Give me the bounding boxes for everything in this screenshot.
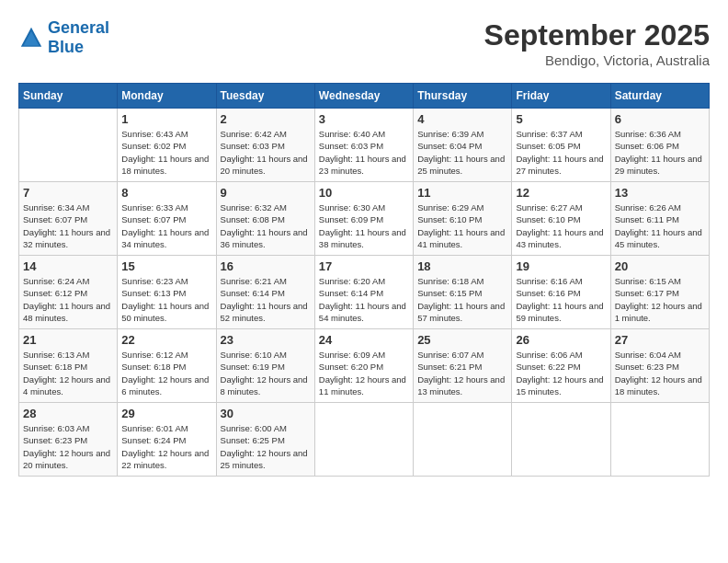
day-number: 10 [319, 186, 409, 200]
day-number: 7 [23, 186, 113, 200]
day-number: 25 [417, 333, 507, 347]
calendar-cell: 14 Sunrise: 6:24 AMSunset: 6:12 PMDaylig… [19, 256, 118, 329]
cell-info: Sunrise: 6:06 AMSunset: 6:22 PMDaylight:… [516, 349, 606, 397]
calendar-cell: 8 Sunrise: 6:33 AMSunset: 6:07 PMDayligh… [118, 182, 216, 256]
calendar-cell [512, 403, 610, 477]
cell-info: Sunrise: 6:26 AMSunset: 6:11 PMDaylight:… [615, 201, 705, 250]
title-block: September 2025 Bendigo, Victoria, Austra… [484, 18, 710, 68]
cell-info: Sunrise: 6:42 AMSunset: 6:03 PMDaylight:… [221, 128, 311, 177]
calendar-cell: 12 Sunrise: 6:27 AMSunset: 6:10 PMDaylig… [512, 182, 610, 256]
column-header-sunday: Sunday [19, 84, 118, 109]
week-row-4: 21 Sunrise: 6:13 AMSunset: 6:18 PMDaylig… [19, 329, 710, 403]
calendar-cell: 10 Sunrise: 6:30 AMSunset: 6:09 PMDaylig… [314, 182, 413, 256]
week-row-3: 14 Sunrise: 6:24 AMSunset: 6:12 PMDaylig… [19, 256, 710, 329]
day-number: 2 [221, 112, 311, 126]
calendar-cell: 16 Sunrise: 6:21 AMSunset: 6:14 PMDaylig… [216, 256, 314, 329]
day-number: 16 [221, 259, 311, 273]
cell-info: Sunrise: 6:32 AMSunset: 6:08 PMDaylight:… [221, 201, 311, 250]
logo: General Blue [18, 18, 109, 57]
cell-info: Sunrise: 6:34 AMSunset: 6:07 PMDaylight:… [23, 201, 113, 250]
calendar-cell: 17 Sunrise: 6:20 AMSunset: 6:14 PMDaylig… [314, 256, 413, 329]
column-header-tuesday: Tuesday [216, 84, 314, 109]
week-row-5: 28 Sunrise: 6:03 AMSunset: 6:23 PMDaylig… [19, 403, 710, 477]
calendar-cell: 27 Sunrise: 6:04 AMSunset: 6:23 PMDaylig… [610, 329, 709, 403]
cell-info: Sunrise: 6:33 AMSunset: 6:07 PMDaylight:… [121, 201, 211, 250]
day-number: 23 [221, 333, 311, 347]
cell-info: Sunrise: 6:09 AMSunset: 6:20 PMDaylight:… [319, 349, 409, 397]
column-header-saturday: Saturday [610, 84, 709, 109]
calendar-cell [19, 109, 118, 182]
day-number: 22 [121, 333, 211, 347]
page-header: General Blue September 2025 Bendigo, Vic… [18, 18, 710, 68]
cell-info: Sunrise: 6:24 AMSunset: 6:12 PMDaylight:… [23, 275, 113, 324]
cell-info: Sunrise: 6:37 AMSunset: 6:05 PMDaylight:… [516, 128, 606, 177]
header-row: SundayMondayTuesdayWednesdayThursdayFrid… [19, 84, 710, 109]
cell-info: Sunrise: 6:39 AMSunset: 6:04 PMDaylight:… [417, 128, 507, 177]
column-header-thursday: Thursday [414, 84, 512, 109]
day-number: 9 [221, 186, 311, 200]
calendar-cell: 24 Sunrise: 6:09 AMSunset: 6:20 PMDaylig… [314, 329, 413, 403]
cell-info: Sunrise: 6:23 AMSunset: 6:13 PMDaylight:… [121, 275, 211, 324]
calendar-cell: 18 Sunrise: 6:18 AMSunset: 6:15 PMDaylig… [414, 256, 512, 329]
cell-info: Sunrise: 6:20 AMSunset: 6:14 PMDaylight:… [319, 275, 409, 324]
day-number: 4 [417, 112, 507, 126]
calendar-cell: 3 Sunrise: 6:40 AMSunset: 6:03 PMDayligh… [314, 109, 413, 182]
day-number: 13 [615, 186, 705, 200]
calendar-cell [414, 403, 512, 477]
day-number: 17 [319, 259, 409, 273]
calendar-table: SundayMondayTuesdayWednesdayThursdayFrid… [18, 83, 710, 477]
column-header-friday: Friday [512, 84, 610, 109]
calendar-cell: 29 Sunrise: 6:01 AMSunset: 6:24 PMDaylig… [118, 403, 216, 477]
calendar-cell: 21 Sunrise: 6:13 AMSunset: 6:18 PMDaylig… [19, 329, 118, 403]
cell-info: Sunrise: 6:43 AMSunset: 6:02 PMDaylight:… [121, 128, 211, 177]
calendar-cell: 6 Sunrise: 6:36 AMSunset: 6:06 PMDayligh… [610, 109, 709, 182]
calendar-cell: 13 Sunrise: 6:26 AMSunset: 6:11 PMDaylig… [610, 182, 709, 256]
cell-info: Sunrise: 6:15 AMSunset: 6:17 PMDaylight:… [615, 275, 705, 324]
cell-info: Sunrise: 6:30 AMSunset: 6:09 PMDaylight:… [319, 201, 409, 250]
week-row-2: 7 Sunrise: 6:34 AMSunset: 6:07 PMDayligh… [19, 182, 710, 256]
calendar-cell: 26 Sunrise: 6:06 AMSunset: 6:22 PMDaylig… [512, 329, 610, 403]
day-number: 3 [319, 112, 409, 126]
cell-info: Sunrise: 6:36 AMSunset: 6:06 PMDaylight:… [615, 128, 705, 177]
calendar-cell: 25 Sunrise: 6:07 AMSunset: 6:21 PMDaylig… [414, 329, 512, 403]
calendar-cell: 23 Sunrise: 6:10 AMSunset: 6:19 PMDaylig… [216, 329, 314, 403]
day-number: 1 [121, 112, 211, 126]
logo-text: General [48, 18, 109, 38]
cell-info: Sunrise: 6:03 AMSunset: 6:23 PMDaylight:… [23, 422, 113, 471]
week-row-1: 1 Sunrise: 6:43 AMSunset: 6:02 PMDayligh… [19, 109, 710, 182]
day-number: 6 [615, 112, 705, 126]
cell-info: Sunrise: 6:16 AMSunset: 6:16 PMDaylight:… [516, 275, 606, 324]
cell-info: Sunrise: 6:29 AMSunset: 6:10 PMDaylight:… [417, 201, 507, 250]
logo-subtext: Blue [48, 38, 109, 57]
month-title: September 2025 [484, 18, 710, 52]
day-number: 14 [23, 259, 113, 273]
cell-info: Sunrise: 6:18 AMSunset: 6:15 PMDaylight:… [417, 275, 507, 324]
calendar-cell: 5 Sunrise: 6:37 AMSunset: 6:05 PMDayligh… [512, 109, 610, 182]
calendar-cell [314, 403, 413, 477]
day-number: 21 [23, 333, 113, 347]
day-number: 12 [516, 186, 606, 200]
cell-info: Sunrise: 6:10 AMSunset: 6:19 PMDaylight:… [221, 349, 311, 397]
day-number: 8 [121, 186, 211, 200]
cell-info: Sunrise: 6:00 AMSunset: 6:25 PMDaylight:… [221, 422, 311, 471]
day-number: 5 [516, 112, 606, 126]
day-number: 15 [121, 259, 211, 273]
cell-info: Sunrise: 6:01 AMSunset: 6:24 PMDaylight:… [121, 422, 211, 471]
day-number: 30 [221, 407, 311, 420]
day-number: 20 [615, 259, 705, 273]
calendar-cell: 15 Sunrise: 6:23 AMSunset: 6:13 PMDaylig… [118, 256, 216, 329]
calendar-cell: 22 Sunrise: 6:12 AMSunset: 6:18 PMDaylig… [118, 329, 216, 403]
calendar-cell [610, 403, 709, 477]
calendar-cell: 9 Sunrise: 6:32 AMSunset: 6:08 PMDayligh… [216, 182, 314, 256]
cell-info: Sunrise: 6:21 AMSunset: 6:14 PMDaylight:… [221, 275, 311, 324]
calendar-cell: 30 Sunrise: 6:00 AMSunset: 6:25 PMDaylig… [216, 403, 314, 477]
calendar-cell: 19 Sunrise: 6:16 AMSunset: 6:16 PMDaylig… [512, 256, 610, 329]
location: Bendigo, Victoria, Australia [484, 52, 710, 68]
calendar-cell: 20 Sunrise: 6:15 AMSunset: 6:17 PMDaylig… [610, 256, 709, 329]
day-number: 19 [516, 259, 606, 273]
column-header-monday: Monday [118, 84, 216, 109]
calendar-cell: 11 Sunrise: 6:29 AMSunset: 6:10 PMDaylig… [414, 182, 512, 256]
day-number: 18 [417, 259, 507, 273]
day-number: 28 [23, 407, 113, 420]
calendar-cell: 7 Sunrise: 6:34 AMSunset: 6:07 PMDayligh… [19, 182, 118, 256]
